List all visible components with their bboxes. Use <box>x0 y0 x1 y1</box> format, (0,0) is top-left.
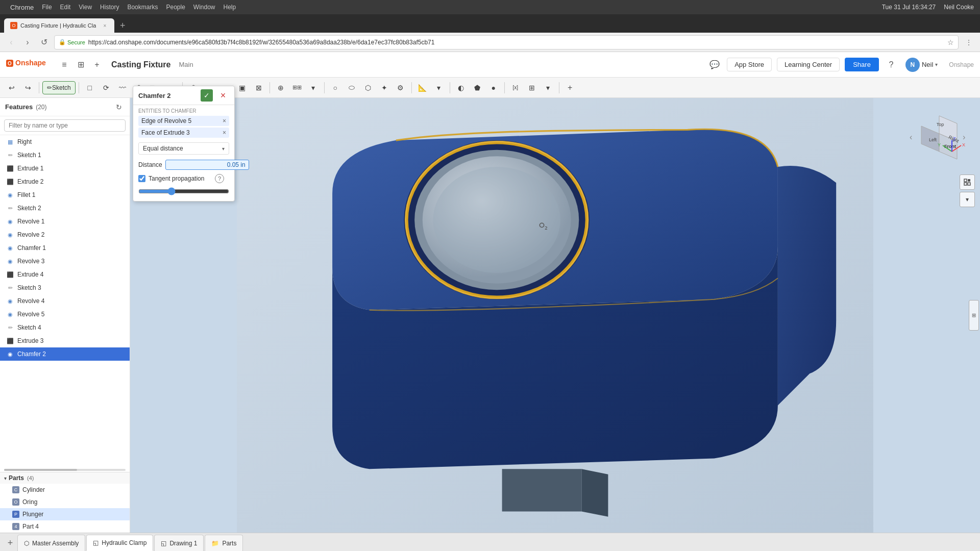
forward-button[interactable]: › <box>21 36 34 48</box>
revolve-tool[interactable]: ⟳ <box>99 80 114 95</box>
display-settings-button[interactable] <box>960 174 975 190</box>
back-button[interactable]: ‹ <box>5 36 17 48</box>
menu-window[interactable]: Window <box>193 4 215 11</box>
feature-item-extrude1[interactable]: ⬛ Extrude 1 <box>0 162 130 175</box>
chamfer-type-dropdown[interactable]: Equal distance ▾ <box>138 142 229 155</box>
tab-drawing-1[interactable]: ◱ Drawing 1 <box>154 535 204 551</box>
appearance-tool[interactable]: ⬟ <box>470 80 485 95</box>
render-tool[interactable]: ● <box>486 80 501 95</box>
sweep-tool[interactable]: 〰 <box>115 80 130 95</box>
menu-history[interactable]: History <box>100 4 119 11</box>
tangent-checkbox[interactable] <box>138 175 145 182</box>
menu-bookmarks[interactable]: Bookmarks <box>127 4 158 11</box>
onshape-logo[interactable]: O Onshape <box>6 58 52 71</box>
part-item-part4[interactable]: 4 Part 4 <box>0 520 130 533</box>
feature-item-sketch1[interactable]: ✏ Sketch 1 <box>0 148 130 162</box>
app-store-button[interactable]: App Store <box>727 58 772 71</box>
feature-item-extrude4[interactable]: ⬛ Extrude 4 <box>0 268 130 281</box>
feature-item-chamfer2[interactable]: ◉ Chamfer 2 <box>0 347 130 361</box>
tab-master-assembly[interactable]: ⬡ Master Assembly <box>17 535 85 551</box>
redo-button[interactable]: ↪ <box>20 80 36 95</box>
share-button[interactable]: Share <box>845 58 879 71</box>
delete-tool[interactable]: ○ <box>328 80 343 95</box>
material-tool[interactable]: ⊞ <box>524 80 540 95</box>
panel-expand-button[interactable]: ⊞ <box>969 300 979 331</box>
feature-item-revolve5[interactable]: ◉ Revolve 5 <box>0 308 130 321</box>
add-tool[interactable]: + <box>562 80 578 95</box>
section-tool[interactable]: ◐ <box>453 80 469 95</box>
feature-item-sketch3[interactable]: ✏ Sketch 3 <box>0 281 130 294</box>
chamfer-ok-button[interactable]: ✓ <box>201 98 213 102</box>
refresh-button[interactable]: ↺ <box>38 36 50 48</box>
feature-item-sketch4[interactable]: ✏ Sketch 4 <box>0 321 130 334</box>
sketch-tool[interactable]: ✏ Sketch <box>42 81 76 94</box>
address-box[interactable]: 🔒 Secure https://cad.onshape.com/documen… <box>54 35 959 49</box>
distance-input[interactable] <box>165 160 249 170</box>
extrude-tool[interactable]: □ <box>82 80 97 95</box>
add-menu[interactable]: + <box>90 58 104 72</box>
chamfer-help-icon[interactable]: ? <box>215 174 224 183</box>
bookmark-icon[interactable]: ☆ <box>947 38 954 46</box>
viewport-controls: ▾ <box>960 174 975 207</box>
search-input[interactable] <box>4 119 126 132</box>
features-action-btn[interactable]: ↻ <box>113 102 125 113</box>
part-item-plunger[interactable]: P Plunger <box>0 508 130 520</box>
feature-item-right[interactable]: ▦ Right <box>0 135 130 148</box>
help-button[interactable]: ? <box>884 58 898 72</box>
pattern-tool[interactable]: ⊞⊞ <box>289 80 305 95</box>
grid-menu[interactable]: ⊞ <box>74 58 88 72</box>
menu-edit[interactable]: Edit <box>60 4 71 11</box>
tab-close-btn[interactable]: × <box>101 22 108 29</box>
viewport[interactable]: ₂ ‹ › <box>130 98 980 533</box>
mirror-tool[interactable]: ⊕ <box>273 80 288 95</box>
parts-header[interactable]: ▾ Parts (4) <box>0 472 130 484</box>
undo-button[interactable]: ↩ <box>4 80 19 95</box>
extensions-button[interactable]: ⋮ <box>963 36 975 48</box>
new-tab-btn[interactable]: + <box>116 19 129 32</box>
feature-item-revolve4[interactable]: ◉ Revolve 4 <box>0 294 130 308</box>
svg-text:›: › <box>963 133 965 141</box>
tab-parts[interactable]: 📁 Parts <box>205 535 243 551</box>
learning-center-button[interactable]: Learning Center <box>777 58 840 71</box>
revolve3-icon: ◉ <box>6 257 14 265</box>
view-cube[interactable]: ‹ › Top Left Front <box>909 108 970 169</box>
dropdown-tool-3[interactable]: ▾ <box>431 80 447 95</box>
chamfer-slider[interactable] <box>138 187 229 195</box>
add-tab-button[interactable]: + <box>4 537 16 549</box>
feature-item-chamfer1[interactable]: ◉ Chamfer 1 <box>0 241 130 255</box>
comment-button[interactable]: 💬 <box>707 58 722 72</box>
part-item-cylinder[interactable]: C Cylinder <box>0 484 130 496</box>
dropdown-tool-2[interactable]: ▾ <box>306 80 321 95</box>
render-mode-button[interactable]: ▾ <box>960 192 975 207</box>
tab-hydraulic-clamp[interactable]: ◱ Hydraulic Clamp <box>86 535 153 551</box>
variable-tool[interactable]: [x] <box>508 80 523 95</box>
mate-tool[interactable]: ⬭ <box>344 80 359 95</box>
entity-remove-1[interactable]: × <box>223 117 226 124</box>
feature-item-extrude2[interactable]: ⬛ Extrude 2 <box>0 175 130 188</box>
entity-item-1[interactable]: Edge of Revolve 5 × <box>138 116 229 126</box>
transform-tool[interactable]: ⬡ <box>360 80 376 95</box>
entity-remove-2[interactable]: × <box>223 129 226 136</box>
menu-view[interactable]: View <box>79 4 92 11</box>
chamfer-cancel-button[interactable]: × <box>217 98 229 102</box>
browser-tab[interactable]: O Casting Fixture | Hydraulic Cla × <box>4 18 114 33</box>
user-menu[interactable]: N Neil ▾ <box>905 58 938 72</box>
measure-tool[interactable]: 📐 <box>415 80 430 95</box>
move-tool[interactable]: ✦ <box>377 80 392 95</box>
menu-file[interactable]: File <box>42 4 52 11</box>
entity-item-2[interactable]: Face of Extrude 3 × <box>138 128 229 138</box>
draft-tool[interactable]: ▣ <box>235 80 250 95</box>
feature-item-extrude3[interactable]: ⬛ Extrude 3 <box>0 334 130 347</box>
solid-ops-tool[interactable]: ⚙ <box>393 80 408 95</box>
feature-item-sketch2[interactable]: ✏ Sketch 2 <box>0 202 130 215</box>
dropdown-tool-4[interactable]: ▾ <box>541 80 556 95</box>
feature-item-revolve3[interactable]: ◉ Revolve 3 <box>0 255 130 268</box>
menu-help[interactable]: Help <box>224 4 236 11</box>
feature-item-revolve1[interactable]: ◉ Revolve 1 <box>0 215 130 228</box>
rib-tool[interactable]: ⊠ <box>251 80 266 95</box>
part-item-oring[interactable]: O Oring <box>0 496 130 508</box>
feature-item-revolve2[interactable]: ◉ Revolve 2 <box>0 228 130 241</box>
feature-item-fillet1[interactable]: ◉ Fillet 1 <box>0 188 130 202</box>
hamburger-menu[interactable]: ≡ <box>57 58 71 72</box>
menu-people[interactable]: People <box>166 4 185 11</box>
